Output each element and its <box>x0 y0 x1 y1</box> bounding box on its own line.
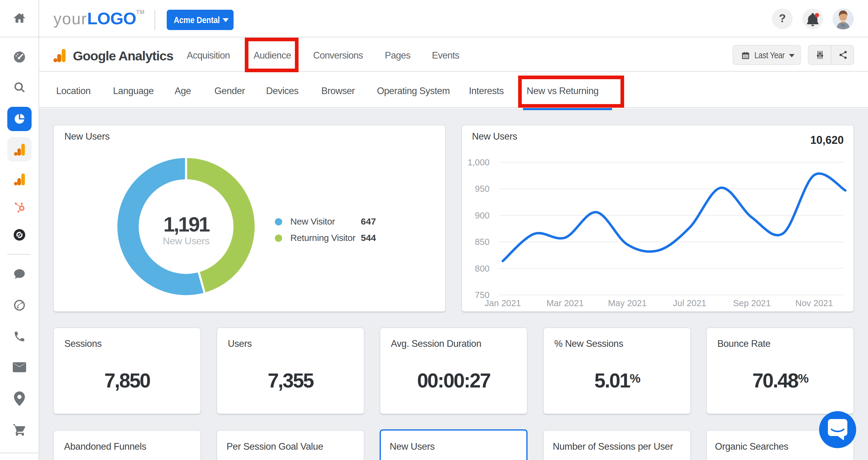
svg-text:1,000: 1,000 <box>467 158 490 167</box>
svg-text:Jan 2021: Jan 2021 <box>485 298 521 308</box>
svg-text:Nov 2021: Nov 2021 <box>796 298 833 308</box>
svg-text:Sep 2021: Sep 2021 <box>733 298 771 308</box>
svg-text:900: 900 <box>475 210 490 220</box>
svg-text:Jul 2021: Jul 2021 <box>673 298 706 308</box>
svg-text:May 2021: May 2021 <box>608 298 647 308</box>
svg-text:Mar 2021: Mar 2021 <box>546 298 584 308</box>
svg-text:950: 950 <box>475 184 490 194</box>
svg-text:850: 850 <box>475 237 490 247</box>
svg-text:800: 800 <box>475 264 490 273</box>
